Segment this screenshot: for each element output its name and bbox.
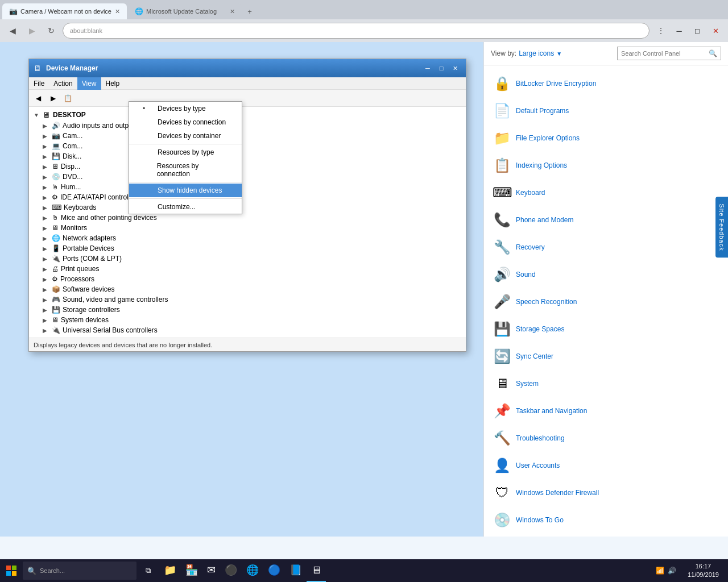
edge-app-icon: 🌐 — [246, 564, 259, 576]
taskbar-app-av[interactable]: ⚫ — [220, 559, 242, 582]
dm-title-icon: 🖥 — [34, 64, 42, 73]
minimize-browser-button[interactable]: ─ — [671, 23, 687, 39]
dm-tree-system-devices[interactable]: ▶ 🖥 System devices — [31, 315, 464, 325]
forward-button[interactable]: ▶ — [24, 23, 40, 39]
tab-camera[interactable]: 📷 Camera / Webcam not on device ✕ — [2, 3, 127, 19]
taskbar-app-edge[interactable]: 🌐 — [242, 559, 263, 582]
tab-close-camera[interactable]: ✕ — [115, 8, 120, 15]
dm-menu-action[interactable]: Action — [49, 77, 77, 90]
dm-forward-btn[interactable]: ▶ — [46, 92, 60, 105]
maximize-browser-button[interactable]: □ — [689, 23, 705, 39]
cp-item-sync[interactable]: 🔄 Sync Center — [489, 343, 723, 370]
view-menu-customize[interactable]: Customize... — [129, 200, 242, 214]
cp-item-troubleshooting[interactable]: 🔨 Troubleshooting — [489, 425, 723, 452]
dm-minimize-button[interactable]: ─ — [421, 63, 434, 73]
cp-item-keyboard[interactable]: ⌨ Keyboard — [489, 179, 723, 206]
root-expand-icon: ▼ — [34, 112, 40, 118]
cp-search-box[interactable]: 🔍 — [617, 47, 721, 60]
start-button[interactable] — [0, 559, 23, 582]
dm-menu-file[interactable]: File — [29, 77, 49, 90]
cp-item-user-accounts[interactable]: 👤 User Accounts — [489, 452, 723, 479]
cp-item-bitlocker[interactable]: 🔒 BitLocker Drive Encryption — [489, 70, 723, 97]
view-menu-devices-by-type[interactable]: • Devices by type — [129, 102, 242, 115]
dm-tree-monitors[interactable]: ▶ 🖥 Monitors — [31, 223, 464, 233]
dm-tree-processors[interactable]: ▶ ⚙ Processors — [31, 274, 464, 284]
system-clock[interactable]: 16:17 11/09/2019 — [683, 562, 723, 580]
network-tray-icon[interactable]: 📶 — [656, 567, 664, 575]
cp-item-system[interactable]: 🖥 System — [489, 370, 723, 397]
new-tab-button[interactable]: + — [242, 3, 258, 19]
taskbar-app-mail[interactable]: ✉ — [202, 559, 220, 582]
dm-menu-view[interactable]: View — [77, 77, 101, 90]
dm-back-btn[interactable]: ◀ — [31, 92, 45, 105]
dm-tree-display[interactable]: ▶ 🖥 Disp... — [31, 161, 464, 172]
dm-tree-cameras[interactable]: ▶ 📷 Cam... — [31, 131, 464, 141]
taskbar-app-explorer[interactable]: 📁 — [159, 559, 181, 582]
volume-tray-icon[interactable]: 🔊 — [668, 567, 676, 575]
feedback-tab[interactable]: Site Feedback — [715, 197, 728, 257]
extensions-button[interactable]: ⋮ — [653, 23, 669, 39]
dm-close-button[interactable]: ✕ — [449, 63, 461, 73]
view-menu-resources-by-connection[interactable]: Resources by connection — [129, 159, 242, 181]
dm-tree-dvd[interactable]: ▶ 💿 DVD... — [31, 172, 464, 182]
cp-item-storage[interactable]: 💾 Storage Spaces — [489, 315, 723, 343]
search-taskbar-button[interactable]: 🔍 Search... — [23, 562, 136, 580]
troubleshooting-icon: 🔨 — [493, 429, 511, 447]
storage-ctrl-label: Storage controllers — [63, 306, 120, 314]
dm-tree-disk[interactable]: ▶ 💾 Disk... — [31, 151, 464, 161]
dm-properties-btn[interactable]: 📋 — [61, 92, 75, 105]
dm-tree-software[interactable]: ▶ 📦 Software devices — [31, 284, 464, 294]
cp-item-speech[interactable]: 🎤 Speech Recognition — [489, 288, 723, 315]
dm-tree-portable[interactable]: ▶ 📱 Portable Devices — [31, 243, 464, 253]
dm-tree-keyboards[interactable]: ▶ ⌨ Keyboards — [31, 202, 464, 213]
cp-item-firewall[interactable]: 🛡 Windows Defender Firewall — [489, 479, 723, 506]
taskbar-app-chrome[interactable]: 🔵 — [263, 559, 285, 582]
dm-tree-hid[interactable]: ▶ 🖱 Hum... — [31, 182, 464, 192]
taskbar-app-devmanager[interactable]: 🖥 — [307, 559, 326, 582]
dm-body: ▼ 🖥 DESKTOP ▶ 🔊 Audio inputs and outputs… — [29, 107, 466, 338]
cp-item-taskbar[interactable]: 📌 Taskbar and Navigation — [489, 397, 723, 425]
cp-item-phone-modem[interactable]: 📞 Phone and Modem — [489, 206, 723, 234]
phone-modem-icon: 📞 — [493, 211, 511, 229]
dm-tree-computer[interactable]: ▶ 💻 Com... — [31, 141, 464, 151]
dm-tree-ports[interactable]: ▶ 🔌 Ports (COM & LPT) — [31, 253, 464, 264]
task-view-button[interactable]: ⧉ — [136, 559, 159, 582]
cp-item-sound[interactable]: 🔊 Sound — [489, 261, 723, 288]
view-menu-resources-by-type[interactable]: Resources by type — [129, 146, 242, 159]
taskbar-app-onenote[interactable]: 📘 — [285, 559, 307, 582]
tab-close-catalog[interactable]: ✕ — [230, 8, 235, 15]
dm-tree-mice[interactable]: ▶ 🖱 Mice and other pointing devices — [31, 213, 464, 223]
dm-maximize-button[interactable]: □ — [435, 63, 448, 73]
dm-menu-help[interactable]: Help — [101, 77, 125, 90]
close-browser-button[interactable]: ✕ — [708, 23, 723, 39]
taskbar-app-store[interactable]: 🏪 — [181, 559, 202, 582]
dm-tree-sound[interactable]: ▶ 🎮 Sound, video and game controllers — [31, 294, 464, 305]
view-menu-devices-by-connection[interactable]: Devices by connection — [129, 115, 242, 129]
back-button[interactable]: ◀ — [5, 23, 20, 39]
speech-label: Speech Recognition — [516, 298, 577, 306]
dm-tree-storage-ctrl[interactable]: ▶ 💾 Storage controllers — [31, 305, 464, 315]
address-bar[interactable]: about:blank — [63, 23, 650, 39]
dm-tree-ide[interactable]: ▶ ⚙ IDE ATA/ATAPI controllers — [31, 192, 464, 202]
view-by-dropdown-icon[interactable]: ▼ — [556, 51, 562, 57]
tab-update-catalog[interactable]: 🌐 Microsoft Update Catalog ✕ — [128, 3, 242, 19]
cp-item-file-explorer[interactable]: 📁 File Explorer Options — [489, 124, 723, 152]
cp-item-work-folders[interactable]: 📂 Work Folders — [489, 534, 723, 537]
cp-item-windows-to-go[interactable]: 💿 Windows To Go — [489, 506, 723, 534]
cp-search-icon[interactable]: 🔍 — [709, 49, 717, 57]
dm-tree-network[interactable]: ▶ 🌐 Network adapters — [31, 233, 464, 243]
cp-search-input[interactable] — [621, 50, 706, 57]
cp-item-default-programs[interactable]: 📄 Default Programs — [489, 97, 723, 124]
view-menu-show-hidden[interactable]: Show hidden devices — [129, 184, 242, 197]
dm-tree-print[interactable]: ▶ 🖨 Print queues — [31, 264, 464, 274]
firewall-icon: 🛡 — [493, 484, 511, 502]
dm-tree-root[interactable]: ▼ 🖥 DESKTOP — [31, 109, 464, 120]
view-by-value[interactable]: Large icons — [519, 49, 554, 57]
refresh-button[interactable]: ↻ — [43, 23, 59, 39]
cp-item-indexing[interactable]: 📋 Indexing Options — [489, 152, 723, 179]
dm-status-text: Displays legacy devices and devices that… — [34, 342, 212, 348]
dm-tree-audio[interactable]: ▶ 🔊 Audio inputs and outputs — [31, 120, 464, 131]
cp-item-recovery[interactable]: 🔧 Recovery — [489, 234, 723, 261]
view-menu-devices-by-container[interactable]: Devices by container — [129, 129, 242, 143]
dm-tree-usb[interactable]: ▶ 🔌 Universal Serial Bus controllers — [31, 325, 464, 335]
